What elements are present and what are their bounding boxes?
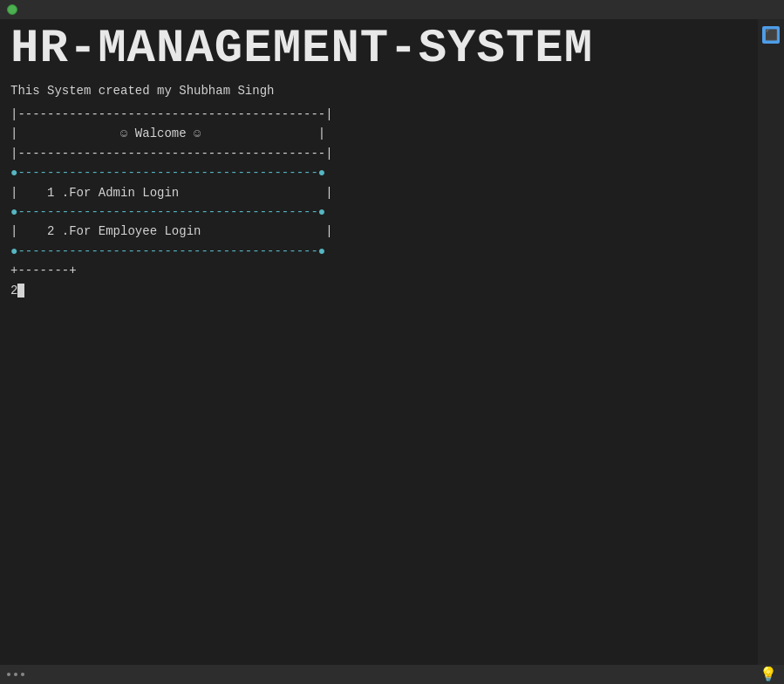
sidebar-panel: ⬛: [758, 19, 784, 665]
status-bar: 💡: [0, 665, 784, 684]
app-title: HR-MANAGEMENT-SYSTEM: [10, 26, 774, 73]
input-line[interactable]: 2: [10, 281, 774, 300]
menu-box: |---------------------------------------…: [10, 105, 774, 300]
sidebar-icon-1[interactable]: ⬛: [762, 26, 780, 44]
titlebar: [0, 0, 784, 19]
lightbulb-icon: 💡: [760, 666, 777, 683]
menu-option1: | 1 .For Admin Login |: [10, 183, 774, 202]
menu-top-dashed: ●---------------------------------------…: [10, 163, 774, 182]
input-value: 2: [10, 281, 17, 300]
dot-2: [14, 673, 17, 676]
dot-3: [21, 673, 24, 676]
subtitle-text: This System created my Shubham Singh: [10, 84, 774, 98]
menu-mid-dashed2: ●---------------------------------------…: [10, 242, 774, 261]
menu-top-border: |---------------------------------------…: [10, 105, 774, 124]
menu-mid-dashed1: ●---------------------------------------…: [10, 202, 774, 222]
status-dots: [7, 673, 24, 676]
dot-1: [7, 673, 10, 676]
menu-divider: |---------------------------------------…: [10, 144, 774, 163]
traffic-light-green: [7, 4, 17, 15]
menu-option2: | 2 .For Employee Login |: [10, 222, 774, 241]
menu-bottom-bar: +-------+: [10, 261, 774, 280]
menu-welcome-line: | ☺ Walcome ☺ |: [10, 124, 774, 143]
terminal-cursor: [17, 284, 24, 298]
terminal-window[interactable]: HR-MANAGEMENT-SYSTEM This System created…: [0, 19, 784, 665]
